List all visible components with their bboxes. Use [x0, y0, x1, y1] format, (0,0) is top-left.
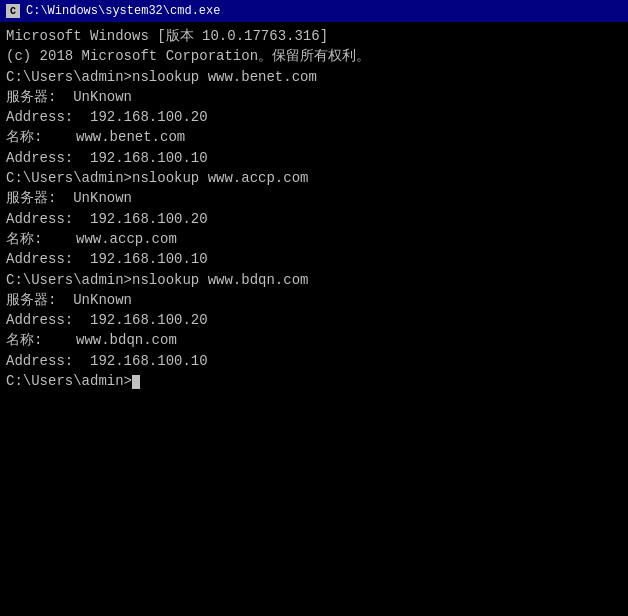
terminal-line-cmd2: C:\Users\admin>nslookup www.accp.com: [6, 168, 622, 188]
terminal-line-server2_label: 服务器: UnKnown: [6, 188, 622, 208]
terminal-line-name3_label: 名称: www.bdqn.com: [6, 330, 622, 350]
terminal-line-prompt_final: C:\Users\admin>: [6, 371, 622, 391]
terminal-line-name2_label: 名称: www.accp.com: [6, 229, 622, 249]
terminal-line-server1_label: 服务器: UnKnown: [6, 87, 622, 107]
title-bar: C C:\Windows\system32\cmd.exe: [0, 0, 628, 22]
terminal-line-server3_label: 服务器: UnKnown: [6, 290, 622, 310]
terminal-line-name3_addr: Address: 192.168.100.10: [6, 351, 622, 371]
terminal-line-cmd1: C:\Users\admin>nslookup www.benet.com: [6, 67, 622, 87]
terminal-line-name1_addr: Address: 192.168.100.10: [6, 148, 622, 168]
terminal-line-server2_addr: Address: 192.168.100.20: [6, 209, 622, 229]
title-bar-icon: C: [6, 4, 20, 18]
terminal-line-server3_addr: Address: 192.168.100.20: [6, 310, 622, 330]
terminal-line-header2: (c) 2018 Microsoft Corporation。保留所有权利。: [6, 46, 622, 66]
terminal-line-header1: Microsoft Windows [版本 10.0.17763.316]: [6, 26, 622, 46]
terminal-line-name1_label: 名称: www.benet.com: [6, 127, 622, 147]
terminal-line-name2_addr: Address: 192.168.100.10: [6, 249, 622, 269]
terminal-body: Microsoft Windows [版本 10.0.17763.316](c)…: [0, 22, 628, 395]
cursor: [132, 375, 140, 389]
terminal-line-server1_addr: Address: 192.168.100.20: [6, 107, 622, 127]
terminal-line-cmd3: C:\Users\admin>nslookup www.bdqn.com: [6, 270, 622, 290]
title-bar-text: C:\Windows\system32\cmd.exe: [26, 4, 220, 18]
